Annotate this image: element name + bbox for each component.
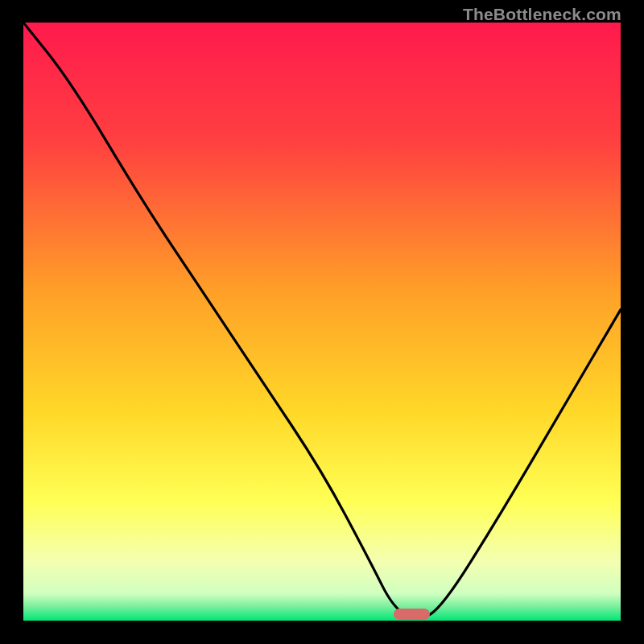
chart-frame: TheBottleneck.com: [0, 0, 644, 644]
optimal-range-marker: [394, 609, 430, 620]
watermark-label: TheBottleneck.com: [463, 5, 621, 24]
plot-area: [23, 23, 621, 621]
bottleneck-curve: [23, 23, 621, 621]
